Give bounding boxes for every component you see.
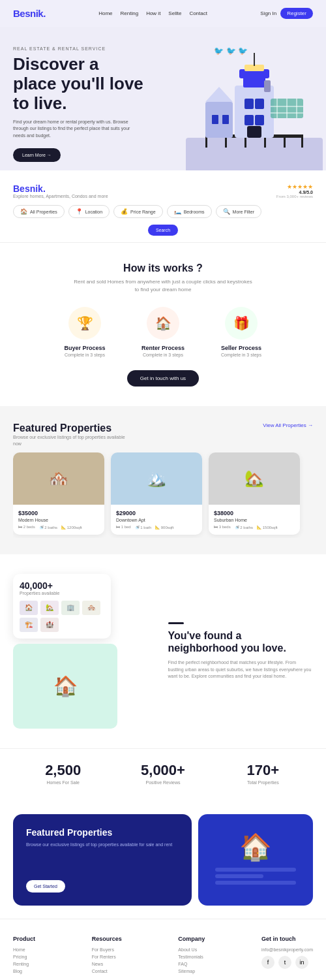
property-info-2: $29000 Downtown Apt 🛏 1 bed 🚿 1 bath 📐 9… (111, 505, 202, 535)
filter-all-properties[interactable]: 🏠All Properties (13, 205, 65, 218)
footer-link-buyers[interactable]: For Buyers (92, 947, 122, 952)
footer-link-sitemap[interactable]: Sitemap (178, 969, 205, 973)
footer-company-title: Company (178, 936, 205, 942)
beds-3: 🛏 3 beds (214, 525, 231, 530)
svg-rect-7 (301, 134, 303, 148)
rating-value: 4.9/5.0 (276, 190, 313, 195)
footer-email[interactable]: info@besnikproperty.com (261, 947, 313, 952)
social-linkedin[interactable]: in (295, 956, 308, 969)
filter-more[interactable]: 🔍More Filter (216, 205, 261, 218)
nav-home[interactable]: Home (98, 10, 112, 16)
rating-label: From 3,000+ reviews (276, 195, 313, 198)
area-1: 📐 1200sqft (61, 525, 82, 530)
neighborhood-count: 40,000+ (20, 580, 104, 591)
buyer-icon: 🏆 (68, 307, 101, 340)
cta-right-panel: 🏠 (198, 814, 313, 906)
seller-title: Seller Process (209, 345, 274, 351)
footer-link-contact[interactable]: Contact (92, 969, 122, 973)
how-cta-button[interactable]: Get in touch with us (127, 370, 199, 387)
filter-price[interactable]: 💰Price Range (113, 205, 163, 218)
beds-1: 🛏 2 beds (18, 525, 35, 530)
social-twitter[interactable]: t (278, 956, 291, 969)
beds-2: 🛏 1 bed (116, 525, 131, 530)
svg-rect-14 (255, 99, 264, 109)
nav-how[interactable]: How it (146, 10, 160, 16)
footer-link-faq[interactable]: FAQ (178, 962, 205, 966)
stat-properties-number: 170+ (213, 762, 313, 779)
featured-subtitle: Browse our exclusive listings of top pro… (13, 434, 130, 447)
search-rating: ★★★★★ 4.9/5.0 From 3,000+ reviews (276, 183, 313, 198)
cta-section: Featured Properties Browse our exclusive… (0, 801, 326, 919)
area-3: 📐 1500sqft (257, 525, 278, 530)
neighborhood-right: You've found a neighborhood you love. Fi… (168, 622, 314, 680)
register-button[interactable]: Register (280, 8, 313, 19)
footer-link-pricing[interactable]: Pricing (13, 955, 35, 959)
property-meta-1: 🛏 2 beds 🚿 2 baths 📐 1200sqft (18, 525, 99, 530)
property-meta-3: 🛏 3 beds 🚿 2 baths 📐 1500sqft (214, 525, 295, 530)
footer-social: f t in (261, 956, 313, 969)
nav-renting[interactable]: Renting (121, 10, 139, 16)
svg-rect-13 (244, 99, 254, 109)
how-description: Rent and sold Homes from anywhere with j… (72, 278, 254, 294)
property-card-1[interactable]: 🏘️ $35000 Modern House 🛏 2 beds 🚿 2 bath… (13, 452, 104, 535)
filter-location[interactable]: 📍Location (68, 205, 110, 218)
search-button[interactable]: Search (148, 225, 178, 236)
how-it-works-section: How its works ? Rent and sold Homes from… (0, 243, 326, 406)
property-price-2: $29000 (116, 510, 197, 516)
footer-columns: Product Home Pricing Renting Blog Resour… (13, 936, 313, 976)
cta-line-3 (215, 881, 297, 885)
property-name-3: Suburban Home (214, 518, 295, 522)
stat-properties: 170+ Total Properties (213, 762, 313, 785)
stat-homes: 2,500 Homes For Sale (13, 762, 113, 785)
property-cards: 🏘️ $35000 Modern House 🛏 2 beds 🚿 2 bath… (13, 452, 313, 538)
property-card-2[interactable]: 🏔️ $29000 Downtown Apt 🛏 1 bed 🚿 1 bath … (111, 452, 202, 535)
filter-bedrooms[interactable]: 🛏️Bedrooms (167, 205, 212, 218)
property-price-1: $35000 (18, 510, 99, 516)
nav-sell[interactable]: Sellte (168, 10, 181, 16)
stat-properties-label: Total Properties (213, 780, 313, 785)
property-info-3: $38000 Suburban Home 🛏 3 beds 🚿 2 baths … (209, 505, 300, 535)
footer-link-renters[interactable]: For Renters (92, 955, 122, 959)
hero-section: Real Estate & Rental Service Discover a … (0, 27, 326, 170)
property-info-1: $35000 Modern House 🛏 2 beds 🚿 2 baths 📐… (13, 505, 104, 535)
baths-3: 🚿 2 baths (235, 525, 253, 530)
seller-icon: 🎁 (225, 307, 258, 340)
property-card-3[interactable]: 🏡 $38000 Suburban Home 🛏 3 beds 🚿 2 bath… (209, 452, 300, 535)
renter-sub: Complete in 3 steps (130, 353, 196, 357)
how-title: How its works ? (13, 262, 313, 274)
renter-title: Renter Process (130, 345, 196, 351)
stat-homes-label: Homes For Sale (13, 780, 113, 785)
view-all-link[interactable]: View All Properties → (263, 422, 313, 428)
footer-link-renting[interactable]: Renting (13, 962, 35, 966)
renter-icon: 🏠 (147, 307, 179, 340)
svg-rect-16 (255, 115, 264, 125)
featured-header: Featured Properties Browse our exclusive… (13, 422, 313, 447)
how-cards: 🏆 Buyer Process Complete in 3 steps 🏠 Re… (13, 307, 313, 357)
neighborhood-map: 🏠 (13, 644, 117, 729)
footer: Product Home Pricing Renting Blog Resour… (0, 919, 326, 980)
cta-lines (215, 868, 297, 887)
footer-link-home[interactable]: Home (13, 947, 35, 952)
hero-cta-button[interactable]: Learn More → (13, 148, 61, 162)
svg-rect-12 (254, 53, 255, 66)
hero-description: Find your dream home or rental property … (13, 119, 140, 140)
nav-contact[interactable]: Contact (189, 10, 207, 16)
footer-product-title: Product (13, 936, 35, 942)
search-bar: 🏠All Properties 📍Location 💰Price Range 🛏… (13, 205, 313, 218)
nav-links: Home Renting How it Sellte Contact (98, 10, 207, 16)
footer-link-testimonials[interactable]: Testimonials (178, 955, 205, 959)
footer-link-news[interactable]: News (92, 962, 122, 966)
cta-button[interactable]: Get Started (26, 880, 65, 893)
cta-house-icon: 🏠 (239, 832, 272, 862)
baths-1: 🚿 2 baths (39, 525, 57, 530)
property-image-2: 🏔️ (111, 452, 202, 505)
stat-reviews-number: 5,000+ (113, 762, 213, 779)
social-facebook[interactable]: f (261, 956, 274, 969)
footer-link-about[interactable]: About Us (178, 947, 205, 952)
property-image-1: 🏘️ (13, 452, 104, 505)
area-2: 📐 900sqft (155, 525, 173, 530)
property-name-1: Modern House (18, 518, 99, 522)
how-card-renter: 🏠 Renter Process Complete in 3 steps (130, 307, 196, 357)
footer-link-blog[interactable]: Blog (13, 969, 35, 973)
signin-button[interactable]: Sign In (260, 10, 276, 16)
